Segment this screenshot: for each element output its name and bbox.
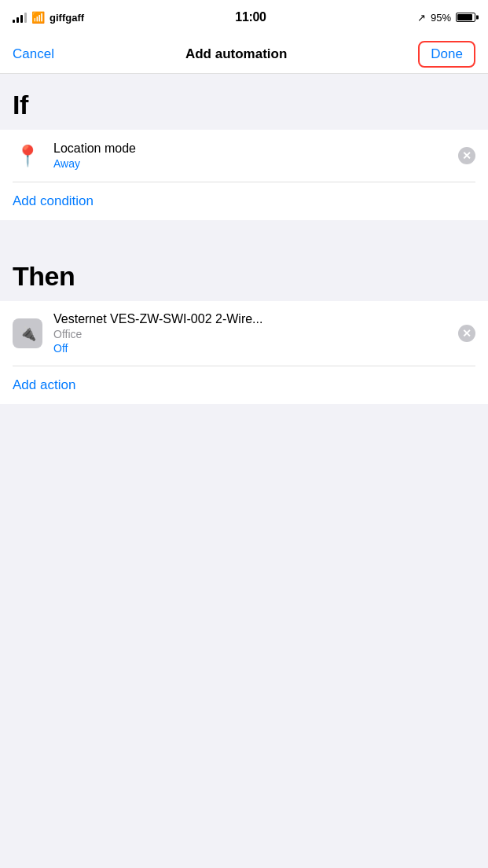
action-text: Vesternet VES-ZW-SWI-002 2-Wire... Offic… — [53, 312, 447, 355]
plug-icon: 🔌 — [19, 325, 36, 342]
status-right: ↗ 95% — [417, 12, 475, 24]
add-condition-row[interactable]: Add condition — [13, 182, 475, 220]
if-condition-card: 📍 Location mode Away ✕ Add condition — [0, 130, 488, 220]
status-left: 📶 giffgaff — [13, 11, 84, 24]
add-condition-label[interactable]: Add condition — [13, 193, 94, 208]
nav-bar: Cancel Add automation Done — [0, 35, 488, 74]
condition-text: Location mode Away — [53, 142, 447, 170]
bottom-area — [0, 404, 488, 679]
wifi-icon: 📶 — [31, 11, 45, 24]
add-action-label[interactable]: Add action — [13, 377, 75, 392]
condition-title: Location mode — [53, 142, 447, 156]
signal-icon — [13, 12, 27, 23]
action-value: Off — [53, 342, 447, 355]
action-title: Vesternet VES-ZW-SWI-002 2-Wire... — [53, 312, 447, 326]
action-subtitle: Office — [53, 328, 447, 340]
page-title: Add automation — [185, 46, 287, 62]
cancel-button[interactable]: Cancel — [13, 40, 54, 68]
carrier-label: giffgaff — [50, 12, 84, 24]
battery-icon — [456, 13, 475, 22]
done-button[interactable]: Done — [418, 41, 475, 68]
device-icon: 🔌 — [13, 318, 42, 348]
then-action-card: 🔌 Vesternet VES-ZW-SWI-002 2-Wire... Off… — [0, 301, 488, 404]
battery-arrow-icon: ↗ — [417, 12, 426, 24]
if-heading: If — [13, 90, 28, 120]
status-bar: 📶 giffgaff 11:00 ↗ 95% — [0, 0, 488, 35]
if-section-header: If — [0, 74, 488, 130]
action-item[interactable]: 🔌 Vesternet VES-ZW-SWI-002 2-Wire... Off… — [13, 301, 475, 366]
remove-action-button[interactable]: ✕ — [458, 325, 475, 342]
then-heading: Then — [13, 261, 75, 291]
divider — [0, 220, 488, 245]
location-pin-icon: 📍 — [13, 141, 42, 171]
battery-pct-label: 95% — [431, 12, 451, 24]
add-action-row[interactable]: Add action — [13, 366, 475, 404]
then-section-header: Then — [0, 245, 488, 301]
remove-condition-button[interactable]: ✕ — [458, 147, 475, 164]
condition-item[interactable]: 📍 Location mode Away ✕ — [13, 130, 475, 182]
time-label: 11:00 — [235, 10, 266, 24]
condition-subtitle: Away — [53, 157, 447, 170]
